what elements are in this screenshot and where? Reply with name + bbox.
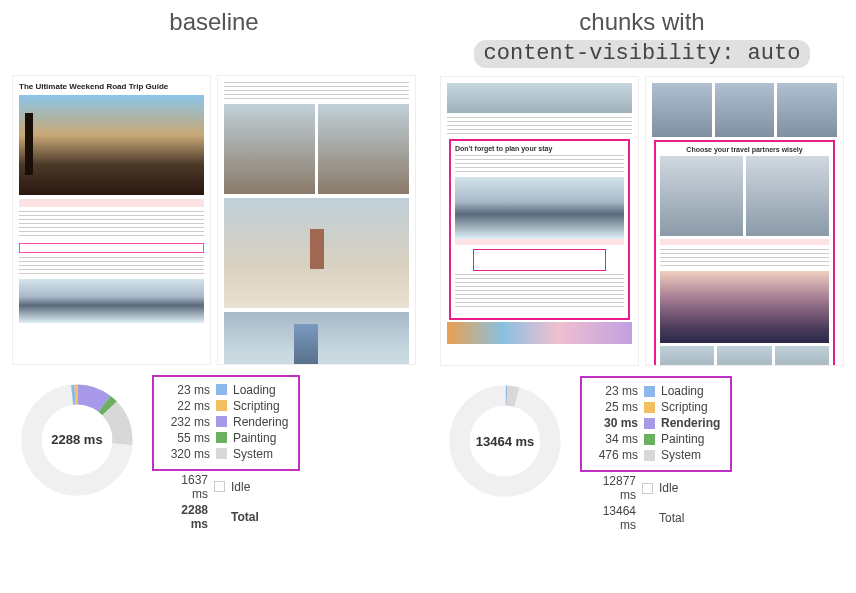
legend-ms: 476 ms: [592, 448, 638, 462]
mountain-image: [19, 279, 204, 323]
outline-box: [19, 243, 204, 253]
body-text: [660, 249, 829, 267]
donut-center-value: 13464 ms: [476, 434, 535, 449]
legend-ms: 320 ms: [164, 447, 210, 461]
legend-swatch: [644, 402, 655, 413]
baseline-donut: 2288 ms: [12, 375, 142, 505]
legend-swatch: [214, 481, 225, 492]
body-text: [224, 82, 409, 100]
legend-swatch: [642, 513, 653, 524]
legend-ms: 232 ms: [164, 415, 210, 429]
cv-auto-metrics: 13464 ms 23 msLoading25 msScripting30 ms…: [440, 376, 844, 536]
legend-label: Total: [659, 511, 684, 525]
legend-row: 23 msLoading: [592, 384, 720, 398]
caption-bar: [19, 199, 204, 207]
legend-ms: 23 ms: [164, 383, 210, 397]
legend-swatch: [216, 416, 227, 427]
legend-label: Painting: [233, 431, 276, 445]
legend-label: Scripting: [661, 400, 708, 414]
content-chunk: Don't forget to plan your stay: [449, 139, 630, 320]
legend-ms: 12877 ms: [590, 474, 636, 502]
legend-swatch: [644, 450, 655, 461]
comparison-container: baseline The Ultimate Weekend Road Trip …: [0, 0, 856, 544]
mountain-image: [455, 177, 624, 239]
legend-swatch: [214, 511, 225, 522]
body-text: [19, 257, 204, 275]
colorful-street-image: [447, 322, 632, 344]
legend-label: Painting: [661, 432, 704, 446]
beach-image: [224, 198, 409, 308]
legend-label: System: [661, 448, 701, 462]
legend-ms: 34 ms: [592, 432, 638, 446]
legend-row: 30 msRendering: [592, 416, 720, 430]
caption-bar: [455, 239, 624, 245]
legend-swatch: [216, 432, 227, 443]
legend-row: 23 msLoading: [164, 383, 288, 397]
donut-center-value: 2288 ms: [51, 432, 102, 447]
baseline-preview-2: [217, 75, 416, 365]
person-image: [224, 312, 409, 365]
legend-row: 2288 msTotal: [162, 503, 290, 531]
image-grid: [660, 346, 829, 366]
legend-row: 55 msPainting: [164, 431, 288, 445]
cv-auto-totals: 12877 msIdle13464 msTotal: [580, 472, 732, 536]
legend-swatch: [216, 400, 227, 411]
body-text: [455, 274, 624, 310]
legend-ms: 30 ms: [592, 416, 638, 430]
legend-label: Rendering: [233, 415, 288, 429]
legend-row: 476 msSystem: [592, 448, 720, 462]
hero-image: [19, 95, 204, 195]
caption-bar: [660, 239, 829, 245]
baseline-preview-1: The Ultimate Weekend Road Trip Guide: [12, 75, 211, 365]
baseline-column: baseline The Ultimate Weekend Road Trip …: [0, 0, 428, 544]
baseline-totals: 1637 msIdle2288 msTotal: [152, 471, 300, 535]
baseline-legend: 23 msLoading22 msScripting232 msRenderin…: [152, 375, 300, 471]
legend-swatch: [216, 384, 227, 395]
content-chunk: Choose your travel partners wisely: [654, 140, 835, 366]
top-image: [447, 83, 632, 113]
legend-swatch: [644, 418, 655, 429]
image-grid: [652, 83, 837, 137]
legend-ms: 2288 ms: [162, 503, 208, 531]
legend-swatch: [644, 386, 655, 397]
legend-row: 13464 msTotal: [590, 504, 722, 532]
legend-ms: 25 ms: [592, 400, 638, 414]
legend-label: Idle: [659, 481, 678, 495]
legend-row: 22 msScripting: [164, 399, 288, 413]
baseline-header: baseline: [12, 8, 416, 37]
legend-label: System: [233, 447, 273, 461]
legend-row: 320 msSystem: [164, 447, 288, 461]
body-text: [447, 117, 632, 135]
legend-row: 25 msScripting: [592, 400, 720, 414]
legend-label: Scripting: [233, 399, 280, 413]
cv-auto-header: chunks with content-visibility: auto: [440, 8, 844, 68]
legend-swatch: [642, 483, 653, 494]
image-grid: [224, 104, 409, 194]
body-text: [455, 155, 624, 173]
legend-row: 1637 msIdle: [162, 473, 290, 501]
legend-ms: 55 ms: [164, 431, 210, 445]
legend-label: Total: [231, 510, 259, 524]
legend-row: 12877 msIdle: [590, 474, 722, 502]
code-pill: content-visibility: auto: [474, 40, 811, 68]
legend-label: Loading: [661, 384, 704, 398]
legend-row: 232 msRendering: [164, 415, 288, 429]
cv-auto-column: chunks with content-visibility: auto Don…: [428, 0, 856, 544]
legend-swatch: [644, 434, 655, 445]
people-images: [660, 156, 829, 236]
baseline-metrics: 2288 ms 23 msLoading22 msScripting232 ms…: [12, 375, 416, 535]
legend-swatch: [216, 448, 227, 459]
cv-auto-previews: Don't forget to plan your stay Choose yo…: [440, 76, 844, 366]
cv-auto-preview-2: Choose your travel partners wisely: [645, 76, 844, 366]
cv-auto-preview-1: Don't forget to plan your stay: [440, 76, 639, 366]
sunset-image: [660, 271, 829, 343]
body-text: [19, 211, 204, 239]
cv-auto-legend: 23 msLoading25 msScripting30 msRendering…: [580, 376, 732, 472]
legend-label: Rendering: [661, 416, 720, 430]
legend-ms: 13464 ms: [590, 504, 636, 532]
legend-ms: 1637 ms: [162, 473, 208, 501]
cv-auto-donut: 13464 ms: [440, 376, 570, 506]
legend-label: Loading: [233, 383, 276, 397]
quote-box: [473, 249, 606, 271]
baseline-previews: The Ultimate Weekend Road Trip Guide: [12, 75, 416, 365]
